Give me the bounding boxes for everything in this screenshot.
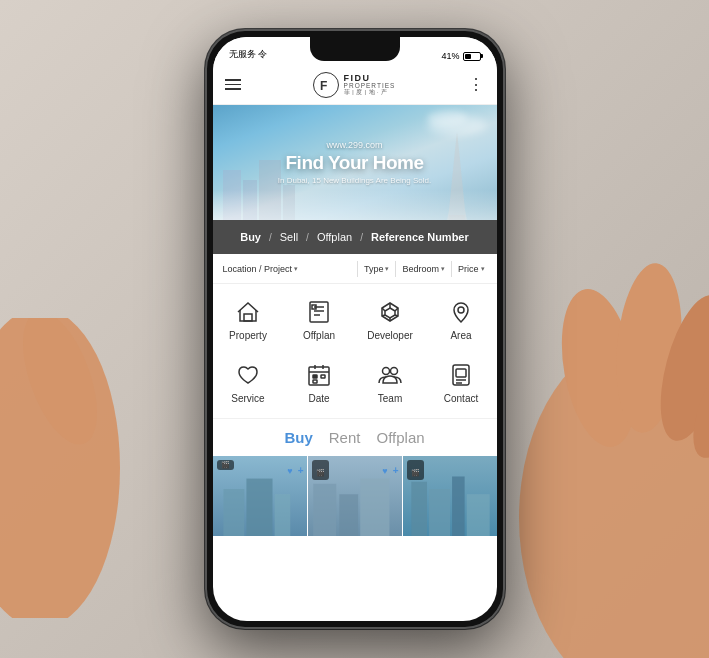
property-icon bbox=[234, 298, 262, 326]
svg-rect-36 bbox=[274, 494, 290, 536]
logo-f-icon: F bbox=[318, 77, 334, 93]
hamburger-line-3 bbox=[225, 88, 241, 90]
category-contact-label: Contact bbox=[444, 393, 478, 404]
property-card-1[interactable]: 🎬 ♥ + bbox=[213, 456, 308, 536]
tab-sell[interactable]: Sell bbox=[272, 231, 306, 243]
status-right: 41% bbox=[441, 51, 480, 61]
filter-bedroom-arrow: ▾ bbox=[441, 265, 445, 273]
battery-tip bbox=[481, 54, 483, 58]
category-team[interactable]: Team bbox=[355, 351, 426, 414]
team-icon bbox=[376, 361, 404, 389]
filter-bedroom-label: Bedroom bbox=[402, 264, 439, 274]
property-cards-row: 🎬 ♥ + bbox=[213, 456, 497, 536]
status-carrier: 无服务 令 bbox=[229, 48, 268, 61]
filter-price-label: Price bbox=[458, 264, 479, 274]
filter-price-arrow: ▾ bbox=[481, 265, 485, 273]
hero-subtitle: In Dubai, 15 New Buildings Are Being Sol… bbox=[278, 176, 431, 185]
svg-rect-25 bbox=[313, 375, 317, 378]
listing-tabs: Buy Rent Offplan bbox=[213, 418, 497, 456]
card-2-heart-icon: ♥ bbox=[382, 466, 387, 476]
category-property[interactable]: Property bbox=[213, 288, 284, 351]
filter-bar: Location / Project ▾ Type ▾ Bedroom ▾ Pr… bbox=[213, 254, 497, 284]
filter-bedroom[interactable]: Bedroom ▾ bbox=[396, 264, 451, 274]
category-property-label: Property bbox=[229, 330, 267, 341]
search-tabs: Buy / Sell / Offplan / Reference Number bbox=[213, 220, 497, 254]
more-button[interactable]: ⋮ bbox=[468, 75, 485, 94]
property-card-3[interactable]: 🎬 bbox=[403, 456, 497, 536]
category-team-label: Team bbox=[378, 393, 402, 404]
category-developer-label: Developer bbox=[367, 330, 413, 341]
battery-icon bbox=[463, 52, 481, 61]
logo-circle: F bbox=[313, 72, 339, 98]
hero-title: Find Your Home bbox=[286, 152, 424, 174]
filter-location-label: Location / Project bbox=[223, 264, 293, 274]
filter-type[interactable]: Type ▾ bbox=[358, 264, 396, 274]
svg-rect-27 bbox=[313, 380, 317, 383]
svg-rect-39 bbox=[360, 479, 389, 536]
logo-area: F FIDU PROPERTIES 菲 | 度 | 地 · 产 bbox=[313, 72, 396, 98]
svg-rect-34 bbox=[223, 489, 244, 536]
svg-rect-31 bbox=[456, 369, 466, 377]
card-3-badge-icon: 🎬 bbox=[411, 469, 420, 476]
category-date[interactable]: Date bbox=[284, 351, 355, 414]
card-1-badge-icon: 🎬 bbox=[221, 461, 230, 469]
tab-offplan[interactable]: Offplan bbox=[309, 231, 360, 243]
listing-tab-offplan[interactable]: Offplan bbox=[376, 429, 424, 446]
hamburger-button[interactable] bbox=[225, 79, 241, 90]
hero-section: www.299.com Find Your Home In Dubai, 15 … bbox=[213, 105, 497, 220]
battery-fill bbox=[465, 54, 471, 59]
filter-location-arrow: ▾ bbox=[294, 265, 298, 273]
service-icon bbox=[234, 361, 262, 389]
hamburger-line-2 bbox=[225, 84, 241, 86]
area-icon bbox=[447, 298, 475, 326]
phone-frame: 无服务 令 09:08 41% bbox=[205, 29, 505, 629]
property-card-2[interactable]: 🎬 ♥ + bbox=[308, 456, 403, 536]
svg-rect-37 bbox=[313, 484, 336, 536]
date-icon bbox=[305, 361, 333, 389]
category-offplan-label: Offplan bbox=[303, 330, 335, 341]
brand-chinese: 菲 | 度 | 地 · 产 bbox=[344, 90, 396, 96]
contact-icon bbox=[447, 361, 475, 389]
filter-location[interactable]: Location / Project ▾ bbox=[219, 264, 357, 274]
category-date-label: Date bbox=[308, 393, 329, 404]
card-3-building-svg bbox=[403, 476, 497, 536]
svg-point-29 bbox=[391, 368, 398, 375]
listing-tab-rent[interactable]: Rent bbox=[329, 429, 361, 446]
offplan-icon bbox=[305, 298, 333, 326]
svg-rect-43 bbox=[466, 494, 489, 536]
category-developer[interactable]: Developer bbox=[355, 288, 426, 351]
hamburger-line-1 bbox=[225, 79, 241, 81]
card-2-plus-icon: + bbox=[393, 465, 399, 476]
phone-screen: 无服务 令 09:08 41% bbox=[213, 37, 497, 621]
category-area[interactable]: Area bbox=[426, 288, 497, 351]
svg-rect-41 bbox=[429, 489, 450, 536]
card-1-plus-icon: + bbox=[298, 465, 304, 476]
filter-type-label: Type bbox=[364, 264, 384, 274]
hero-website: www.299.com bbox=[326, 140, 382, 150]
card-1-building-svg bbox=[213, 476, 307, 536]
svg-rect-21 bbox=[309, 367, 329, 385]
notch bbox=[310, 37, 400, 61]
category-service[interactable]: Service bbox=[213, 351, 284, 414]
nav-header: F FIDU PROPERTIES 菲 | 度 | 地 · 产 ⋮ bbox=[213, 65, 497, 105]
svg-rect-42 bbox=[452, 476, 465, 536]
svg-point-28 bbox=[383, 368, 390, 375]
listing-tab-buy[interactable]: Buy bbox=[284, 429, 312, 446]
tab-reference[interactable]: Reference Number bbox=[363, 231, 477, 243]
developer-icon bbox=[376, 298, 404, 326]
card-2-building-svg bbox=[308, 476, 402, 536]
svg-rect-40 bbox=[411, 482, 427, 536]
svg-rect-14 bbox=[244, 314, 252, 321]
battery-percent: 41% bbox=[441, 51, 459, 61]
category-contact[interactable]: Contact bbox=[426, 351, 497, 414]
svg-rect-35 bbox=[246, 479, 272, 536]
card-1-heart-icon: ♥ bbox=[287, 466, 292, 476]
svg-rect-26 bbox=[321, 375, 325, 378]
card-2-badge-icon: 🎬 bbox=[316, 469, 325, 476]
filter-price[interactable]: Price ▾ bbox=[452, 264, 491, 274]
tab-buy[interactable]: Buy bbox=[232, 231, 269, 243]
logo-text-area: FIDU PROPERTIES 菲 | 度 | 地 · 产 bbox=[344, 74, 396, 95]
category-offplan[interactable]: Offplan bbox=[284, 288, 355, 351]
svg-text:F: F bbox=[320, 79, 327, 93]
card-1-badge: 🎬 bbox=[217, 460, 234, 470]
